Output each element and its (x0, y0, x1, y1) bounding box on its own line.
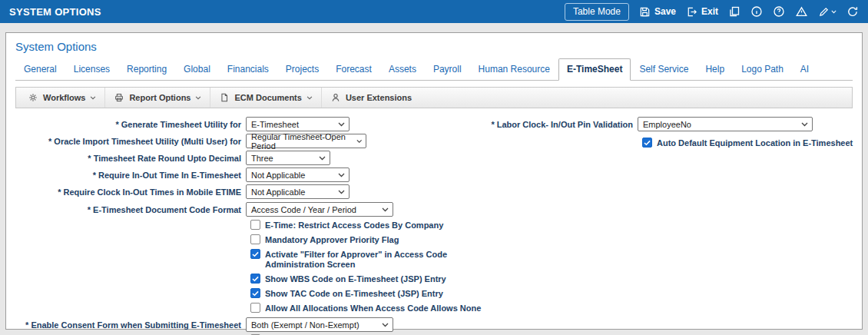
exit-label: Exit (701, 6, 718, 17)
field-label: * Require Clock In-Out Times in Mobile E… (6, 187, 246, 197)
tab-reporting[interactable]: Reporting (118, 58, 175, 81)
checkbox-allow-all-allocations[interactable]: Allow All Allocations When Access Code A… (250, 303, 862, 313)
tab-assets[interactable]: Assets (380, 58, 425, 81)
select-value: Both (Exempt / Non-Exempt) (251, 320, 359, 330)
header-actions: Table Mode Save Exit (565, 3, 859, 21)
app-header: SYSTEM OPTIONS Table Mode Save Exit (0, 0, 868, 23)
help-icon[interactable] (773, 5, 785, 18)
user-extensions-label: User Extensions (346, 93, 412, 102)
field-doc-code-format: * E-Timesheet Document Code Format Acces… (6, 202, 862, 217)
check-icon (252, 276, 259, 282)
tab-licenses[interactable]: Licenses (65, 58, 118, 81)
edit-menu-button[interactable] (818, 6, 837, 18)
generate-timesheet-select[interactable]: E-Timesheet (246, 117, 350, 131)
checkbox-mandatory-approver[interactable]: Mandatory Approver Priority Flag (250, 234, 862, 245)
dropdown-arrow-icon (356, 139, 362, 144)
ecm-documents-button[interactable]: ECM Documents (210, 88, 320, 108)
dropdown-arrow-icon (338, 122, 345, 127)
tab-ai[interactable]: AI (792, 58, 817, 81)
select-value: Three (251, 154, 273, 163)
tab-financials[interactable]: Financials (219, 58, 277, 81)
workflows-label: Workflows (43, 93, 85, 102)
tab-human-resource[interactable]: Human Resource (470, 58, 558, 81)
oracle-import-select[interactable]: Regular Timesheet-Open Period (246, 134, 366, 148)
printer-icon (114, 92, 124, 103)
chevron-down-icon (195, 96, 201, 100)
checkbox-label: Activate "Filter for Approver" in Access… (265, 249, 495, 270)
pin-validation-select[interactable]: EmployeeNo (638, 117, 813, 131)
chevron-down-icon (831, 10, 837, 14)
field-label: * Enable Consent Form when Submitting E-… (6, 320, 246, 330)
field-label: * Labor Clock- In/Out Pin Validation (473, 120, 638, 129)
info-icon[interactable] (750, 5, 763, 18)
checkbox-show-tac-code[interactable]: Show TAC Code on E-Timesheet (JSP) Entry (250, 288, 862, 299)
tab-forecast[interactable]: Forecast (327, 58, 380, 81)
gear-icon (28, 92, 38, 103)
tab-help[interactable]: Help (697, 58, 733, 81)
select-value: Not Applicable (251, 187, 305, 197)
checkbox[interactable] (250, 249, 260, 259)
copy-pages-icon[interactable] (728, 5, 740, 18)
check-icon (252, 251, 259, 257)
tab-self-service[interactable]: Self Service (631, 58, 697, 81)
field-pin-validation: * Labor Clock- In/Out Pin Validation Emp… (473, 117, 853, 131)
checkbox-label: Mandatory Approver Priority Flag (265, 234, 399, 245)
options-form: * Generate Timesheet Utility for E-Times… (6, 108, 862, 335)
checkbox-show-wbs-code[interactable]: Show WBS Code on E-Timesheet (JSP) Entry (250, 274, 862, 284)
select-value: E-Timesheet (251, 120, 299, 129)
checkbox-label: Auto Default Equipment Location in E-Tim… (657, 138, 853, 148)
ecm-documents-label: ECM Documents (234, 93, 301, 102)
field-require-clock: * Require Clock In-Out Times in Mobile E… (6, 184, 862, 199)
tab-logo-path[interactable]: Logo Path (733, 58, 792, 81)
user-icon (330, 92, 341, 103)
workflows-button[interactable]: Workflows (19, 88, 104, 108)
rate-round-select[interactable]: Three (246, 151, 330, 165)
checkbox[interactable] (642, 138, 652, 148)
select-value: Regular Timesheet-Open Period (251, 132, 352, 151)
right-column: * Labor Clock- In/Out Pin Validation Emp… (473, 117, 853, 148)
refresh-icon[interactable] (846, 5, 859, 18)
system-options-panel: System Options General Licenses Reportin… (5, 32, 863, 330)
exit-button[interactable]: Exit (686, 6, 718, 18)
save-button[interactable]: Save (639, 6, 676, 18)
checkbox[interactable] (250, 288, 260, 298)
checkbox[interactable] (250, 274, 260, 284)
select-value: Not Applicable (251, 171, 305, 180)
select-value: EmployeeNo (643, 120, 691, 129)
dropdown-arrow-icon (319, 156, 326, 161)
checkbox-auto-default-equipment[interactable]: Auto Default Equipment Location in E-Tim… (642, 138, 853, 148)
tab-global[interactable]: Global (175, 58, 219, 81)
field-label: * Timesheet Rate Round Upto Decimal (6, 154, 246, 163)
tab-general[interactable]: General (15, 58, 65, 81)
warning-icon[interactable] (795, 5, 808, 18)
page-title: System Options (6, 33, 862, 58)
chevron-down-icon (90, 96, 96, 100)
checkbox[interactable] (250, 220, 260, 230)
select-value: Access Code / Year / Period (251, 205, 356, 214)
dropdown-arrow-icon (382, 207, 389, 212)
checkbox-restrict-access-codes[interactable]: E-Time: Restrict Access Codes By Company (250, 220, 862, 231)
checkbox-activate-filter-approver[interactable]: Activate "Filter for Approver" in Access… (250, 249, 862, 270)
user-extensions-button[interactable]: User Extensions (321, 88, 420, 108)
field-label: * Oracle Import Timesheet Utility (Multi… (6, 137, 246, 146)
require-inout-select[interactable]: Not Applicable (246, 168, 350, 182)
check-icon (252, 290, 259, 297)
checkbox[interactable] (250, 234, 260, 244)
field-rate-round: * Timesheet Rate Round Upto Decimal Thre… (6, 151, 862, 165)
dropdown-arrow-icon (382, 323, 389, 327)
tab-payroll[interactable]: Payroll (425, 58, 470, 81)
consent-form-select[interactable]: Both (Exempt / Non-Exempt) (246, 317, 393, 332)
field-label: * Require In-Out Time In E-Timesheet (6, 171, 246, 180)
require-clock-select[interactable]: Not Applicable (246, 184, 350, 199)
checkbox-label: E-Time: Restrict Access Codes By Company (265, 220, 443, 231)
checkbox-label: Allow All Allocations When Access Code A… (265, 303, 481, 313)
checkbox[interactable] (250, 303, 260, 313)
checkbox-label: Show TAC Code on E-Timesheet (JSP) Entry (265, 288, 443, 299)
tab-projects[interactable]: Projects (277, 58, 327, 81)
tab-strip: General Licenses Reporting Global Financ… (15, 58, 853, 81)
dropdown-arrow-icon (338, 173, 345, 177)
report-options-button[interactable]: Report Options (104, 88, 210, 108)
tab-e-timesheet[interactable]: E-TimeSheet (558, 58, 631, 81)
doc-code-format-select[interactable]: Access Code / Year / Period (246, 202, 393, 217)
table-mode-button[interactable]: Table Mode (565, 3, 629, 21)
